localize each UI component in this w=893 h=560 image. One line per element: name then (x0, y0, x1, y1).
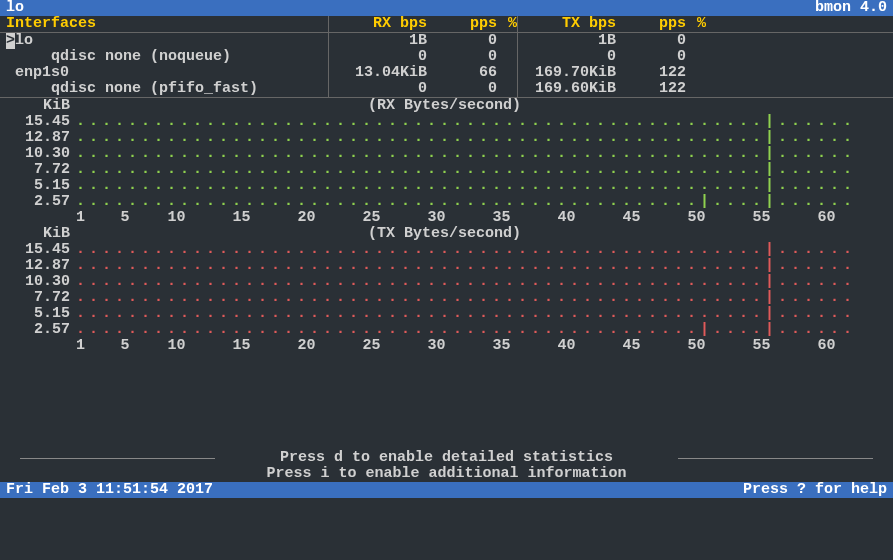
tx-pct (686, 81, 706, 97)
x-tick: 55 (729, 338, 794, 354)
tx-pct (686, 33, 706, 49)
divider (328, 49, 337, 65)
divider (517, 33, 526, 49)
interface-list[interactable]: >lo1B01B0 qdisc none (noqueue)0000 enp1s… (0, 33, 893, 97)
table-row[interactable]: enp1s013.04KiB66169.70KiB122 (0, 65, 893, 81)
tx-pct (686, 65, 706, 81)
x-tick: 60 (794, 338, 859, 354)
x-tick: 60 (794, 210, 859, 226)
chart-gridline: ........................................… (76, 290, 883, 306)
chart-gridline: ........................................… (76, 242, 883, 258)
x-tick: 50 (664, 338, 729, 354)
tx-chart: KiB (TX Bytes/second) 15.45.............… (0, 226, 893, 354)
hdr-tx-bps: TX bps (526, 16, 616, 32)
divider (328, 65, 337, 81)
divider (328, 33, 337, 49)
chart-gridline: ........................................… (76, 162, 883, 178)
x-tick: 1 (76, 210, 106, 226)
rx-chart: KiB (RX Bytes/second) 15.45.............… (0, 98, 893, 226)
rx-pct (497, 49, 517, 65)
tx-yunit: KiB (0, 226, 76, 242)
cursor-icon: > (6, 33, 15, 49)
x-tick: 35 (469, 210, 534, 226)
title-right: bmon 4.0 (815, 0, 887, 16)
hints: Press d to enable detailed statistics Pr… (0, 450, 893, 482)
x-tick: 10 (144, 210, 209, 226)
divider (517, 81, 526, 97)
rx-pps: 0 (427, 33, 497, 49)
chart-gridline: ........................................… (76, 258, 883, 274)
chart-gridline: ........................................… (76, 114, 883, 130)
rx-pct (497, 65, 517, 81)
hint-detailed: Press d to enable detailed statistics (0, 450, 893, 466)
y-tick: 12.87 (0, 258, 76, 274)
tx-pct (686, 49, 706, 65)
y-tick: 5.15 (0, 306, 76, 322)
table-row[interactable]: qdisc none (noqueue)0000 (0, 49, 893, 65)
tx-bps: 169.70KiB (526, 65, 616, 81)
x-tick: 40 (534, 338, 599, 354)
x-tick: 35 (469, 338, 534, 354)
hdr-interfaces: Interfaces (6, 16, 328, 32)
table-row[interactable]: qdisc none (pfifo_fast)00169.60KiB122 (0, 81, 893, 97)
tx-bps: 1B (526, 33, 616, 49)
chart-gridline: ........................................… (76, 194, 883, 210)
x-tick: 25 (339, 338, 404, 354)
status-datetime: Fri Feb 3 11:51:54 2017 (6, 482, 213, 498)
x-tick: 40 (534, 210, 599, 226)
divider (517, 65, 526, 81)
y-tick: 12.87 (0, 130, 76, 146)
x-tick: 15 (209, 210, 274, 226)
hdr-rx-bps: RX bps (337, 16, 427, 32)
tx-xaxis: 151015202530354045505560 (0, 338, 883, 354)
tx-pps: 0 (616, 33, 686, 49)
rx-yunit: KiB (0, 98, 76, 114)
x-tick: 50 (664, 210, 729, 226)
x-tick: 20 (274, 338, 339, 354)
y-tick: 2.57 (0, 322, 76, 338)
interface-name: >lo (6, 33, 328, 49)
x-tick: 55 (729, 210, 794, 226)
rx-bps: 1B (337, 33, 427, 49)
x-tick: 20 (274, 210, 339, 226)
y-tick: 10.30 (0, 274, 76, 290)
title-left: lo (6, 0, 24, 16)
x-tick: 25 (339, 210, 404, 226)
chart-gridline: ........................................… (76, 306, 883, 322)
rx-bps: 0 (337, 81, 427, 97)
x-tick: 45 (599, 210, 664, 226)
x-tick: 5 (106, 210, 144, 226)
x-tick: 10 (144, 338, 209, 354)
x-tick: 1 (76, 338, 106, 354)
rx-pps: 0 (427, 49, 497, 65)
rx-pct (497, 33, 517, 49)
rx-pps: 66 (427, 65, 497, 81)
interface-name: enp1s0 (6, 65, 328, 81)
x-tick: 5 (106, 338, 144, 354)
divider (328, 16, 337, 32)
hdr-rx-pct: % (497, 16, 517, 32)
table-header: Interfaces RX bps pps % TX bps pps % (0, 16, 893, 33)
x-tick: 45 (599, 338, 664, 354)
status-help: Press ? for help (743, 482, 887, 498)
interface-name: qdisc none (pfifo_fast) (6, 81, 328, 97)
title-bar: lo bmon 4.0 (0, 0, 893, 16)
y-tick: 2.57 (0, 194, 76, 210)
y-tick: 15.45 (0, 114, 76, 130)
tx-pps: 122 (616, 65, 686, 81)
hdr-tx-pps: pps (616, 16, 686, 32)
hdr-tx-pct: % (686, 16, 706, 32)
rx-xaxis: 151015202530354045505560 (0, 210, 883, 226)
tx-pps: 122 (616, 81, 686, 97)
tx-chart-title: (TX Bytes/second) (76, 226, 813, 242)
tx-pps: 0 (616, 49, 686, 65)
chart-gridline: ........................................… (76, 274, 883, 290)
table-row[interactable]: >lo1B01B0 (0, 33, 893, 49)
rx-bps: 13.04KiB (337, 65, 427, 81)
x-tick: 15 (209, 338, 274, 354)
rx-pct (497, 81, 517, 97)
chart-gridline: ........................................… (76, 322, 883, 338)
y-tick: 7.72 (0, 162, 76, 178)
chart-gridline: ........................................… (76, 178, 883, 194)
tx-bps: 0 (526, 49, 616, 65)
